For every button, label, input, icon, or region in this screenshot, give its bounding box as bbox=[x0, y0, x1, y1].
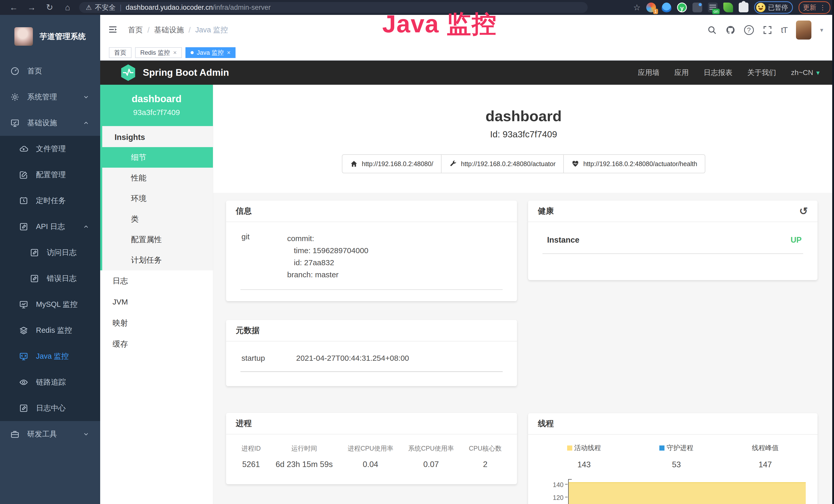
sidebar-item-mysql-monitor[interactable]: MySQL 监控 bbox=[0, 292, 100, 317]
address-divider: | bbox=[120, 4, 122, 12]
address-bar[interactable]: ⚠ 不安全 | dashboard.yudao.iocoder.cn/infra… bbox=[79, 2, 588, 13]
legend-live-threads: 活动线程 143 bbox=[567, 443, 601, 469]
health-card: 健康 ↺ Instance UP bbox=[528, 201, 817, 280]
tab-java-monitor[interactable]: Java 监控 × bbox=[185, 47, 236, 58]
bookmark-star-icon[interactable]: ☆ bbox=[633, 3, 641, 12]
close-icon[interactable]: × bbox=[173, 49, 177, 56]
font-size-icon[interactable]: tT bbox=[781, 25, 787, 35]
stat-value: 6d 23h 15m 59s bbox=[276, 460, 333, 469]
extension-icon-leaf[interactable] bbox=[723, 3, 733, 12]
legend-label: 线程峰值 bbox=[752, 443, 778, 452]
briefcase-icon bbox=[9, 429, 21, 440]
history-icon[interactable]: ↺ bbox=[799, 207, 808, 215]
extension-icon-grid[interactable] bbox=[693, 3, 702, 12]
paused-label: 已暂停 bbox=[768, 3, 788, 12]
log-edit-icon bbox=[29, 273, 40, 284]
extension-on-badge: on bbox=[712, 9, 720, 14]
security-label[interactable]: 不安全 bbox=[95, 3, 115, 12]
instance-id: Id: 93a3fc7f7409 bbox=[213, 129, 834, 139]
search-icon[interactable] bbox=[707, 25, 717, 35]
sidebar-item-log-center[interactable]: 日志中心 bbox=[0, 395, 100, 421]
sba-item-config-props[interactable]: 配置属性 bbox=[102, 229, 213, 250]
sidebar-item-error-logs[interactable]: 错误日志 bbox=[0, 266, 100, 292]
sidebar-item-redis-monitor[interactable]: Redis 监控 bbox=[0, 317, 100, 343]
sidebar-item-tracing[interactable]: 链路追踪 bbox=[0, 369, 100, 395]
sidebar-item-access-logs[interactable]: 访问日志 bbox=[0, 239, 100, 266]
sidebar-item-home[interactable]: 首页 bbox=[0, 58, 100, 84]
user-menu-caret-icon[interactable]: ▾ bbox=[820, 26, 823, 33]
breadcrumb-infrastructure[interactable]: 基础设施 bbox=[154, 25, 184, 35]
home-icon[interactable]: ⌂ bbox=[59, 0, 76, 15]
sba-brand-title[interactable]: Spring Boot Admin bbox=[143, 67, 229, 78]
sba-nav-journal[interactable]: 日志报表 bbox=[704, 68, 732, 77]
github-icon[interactable] bbox=[726, 25, 736, 35]
puzzle-extensions-icon[interactable] bbox=[739, 3, 748, 12]
browser-update-button[interactable]: 更新 ⋮ bbox=[798, 1, 830, 14]
sba-item-logs[interactable]: 日志 bbox=[100, 270, 213, 292]
sidebar-item-infrastructure[interactable]: 基础设施 bbox=[0, 110, 100, 136]
help-icon[interactable]: ? bbox=[744, 25, 754, 35]
service-url-link[interactable]: http://192.168.0.2:48080/ bbox=[342, 154, 441, 173]
eye-icon bbox=[18, 377, 29, 388]
sba-item-details[interactable]: 细节 bbox=[102, 147, 213, 168]
legend-blue-swatch bbox=[659, 445, 664, 451]
sba-item-environment[interactable]: 环境 bbox=[102, 188, 213, 209]
app-logo-row[interactable]: 芋道管理系统 bbox=[0, 15, 100, 58]
sba-item-classes[interactable]: 类 bbox=[102, 209, 213, 229]
tab-redis-monitor[interactable]: Redis 监控 × bbox=[135, 47, 182, 58]
sba-app-header[interactable]: dashboard 93a3fc7f7409 bbox=[100, 85, 213, 126]
sba-nav-wallboard[interactable]: 应用墙 bbox=[638, 68, 660, 77]
refresh-icon[interactable]: ↻ bbox=[41, 0, 59, 15]
fullscreen-icon[interactable] bbox=[763, 25, 772, 35]
sba-item-metrics[interactable]: 性能 bbox=[102, 168, 213, 188]
gear-icon bbox=[9, 91, 21, 103]
extension-icon-y[interactable]: y bbox=[677, 3, 687, 12]
instance-title: dashboard bbox=[213, 107, 834, 124]
sba-insights-label: Insights bbox=[102, 126, 213, 147]
spring-boot-admin-logo[interactable] bbox=[120, 64, 136, 82]
breadcrumb-home[interactable]: 首页 bbox=[128, 25, 143, 35]
sidebar-item-system-management[interactable]: 系统管理 bbox=[0, 84, 100, 110]
row-divider bbox=[240, 289, 503, 290]
sba-item-jvm[interactable]: JVM bbox=[100, 292, 213, 313]
hamburger-icon[interactable] bbox=[108, 24, 119, 36]
sba-item-mappings[interactable]: 映射 bbox=[100, 313, 213, 334]
service-url-label: http://192.168.0.2:48080/ bbox=[362, 160, 433, 168]
back-icon[interactable]: ← bbox=[5, 0, 23, 15]
extension-icon-switch[interactable]: on bbox=[708, 3, 718, 12]
health-instance-row[interactable]: Instance UP bbox=[538, 222, 808, 245]
sidebar-item-scheduled-jobs[interactable]: 定时任务 bbox=[0, 188, 100, 214]
sidebar-item-api-logs[interactable]: API 日志 bbox=[0, 214, 100, 239]
metadata-card: 元数据 startup 2021-04-27T00:44:31.254+08:0… bbox=[226, 320, 517, 386]
stat-label: 运行时间 bbox=[276, 444, 333, 453]
sidebar-item-dev-tools[interactable]: 研发工具 bbox=[0, 421, 100, 447]
forward-icon[interactable]: → bbox=[23, 0, 41, 15]
chevron-up-icon bbox=[83, 223, 89, 230]
sba-nav-applications[interactable]: 应用 bbox=[675, 68, 689, 77]
cloud-upload-icon bbox=[18, 143, 29, 155]
sidebar-item-label: Java 监控 bbox=[36, 351, 69, 362]
sidebar-item-label: 文件管理 bbox=[36, 144, 66, 154]
tab-home[interactable]: 首页 bbox=[109, 47, 132, 58]
extension-badge: 1 bbox=[653, 9, 658, 14]
sba-item-caches[interactable]: 缓存 bbox=[100, 334, 213, 354]
sidebar-item-java-monitor[interactable]: Java 监控 bbox=[0, 343, 100, 369]
infrastructure-submenu: 文件管理 配置管理 定时任务 API 日志 访问日志 bbox=[0, 136, 100, 421]
health-card-title: 健康 bbox=[538, 206, 554, 216]
actuator-url-link[interactable]: http://192.168.0.2:48080/actuator bbox=[441, 154, 564, 173]
extension-icon-pin[interactable] bbox=[662, 3, 672, 12]
sba-nav-about[interactable]: 关于我们 bbox=[747, 68, 776, 77]
sidebar-item-config-management[interactable]: 配置管理 bbox=[0, 162, 100, 188]
health-url-link[interactable]: http://192.168.0.2:48080/actuator/health bbox=[563, 154, 705, 173]
user-avatar[interactable] bbox=[796, 21, 811, 40]
sidebar-item-label: 配置管理 bbox=[36, 170, 66, 180]
log-edit-icon bbox=[18, 403, 29, 414]
stat-label: 系统CPU使用率 bbox=[408, 444, 454, 453]
browser-menu-icon[interactable]: ⋮ bbox=[819, 4, 826, 12]
close-icon[interactable]: × bbox=[227, 49, 231, 56]
sba-locale-select[interactable]: zh~CN ▾ bbox=[791, 69, 820, 77]
sba-item-scheduled-tasks[interactable]: 计划任务 bbox=[102, 250, 213, 270]
extension-icon-colorful[interactable]: 1 bbox=[646, 3, 656, 12]
profile-paused-pill[interactable]: 已暂停 bbox=[754, 1, 793, 14]
sidebar-item-file-management[interactable]: 文件管理 bbox=[0, 136, 100, 162]
